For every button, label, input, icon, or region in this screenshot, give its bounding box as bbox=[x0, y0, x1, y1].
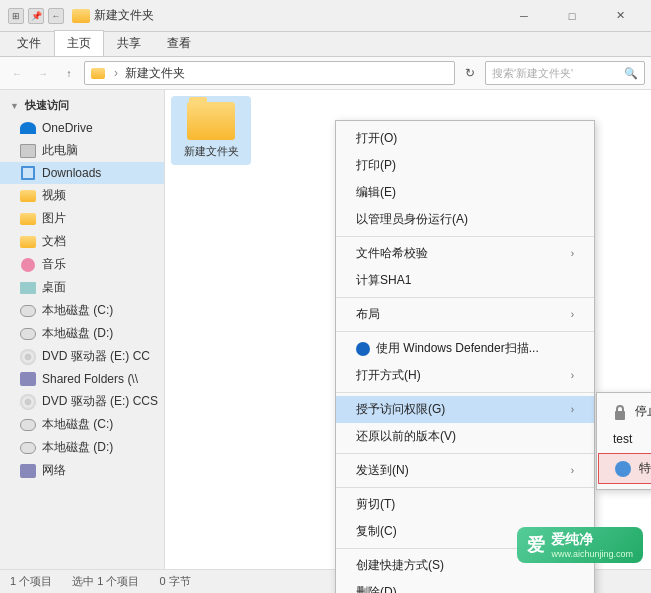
pin-icon[interactable]: 📌 bbox=[28, 8, 44, 24]
maximize-button[interactable]: □ bbox=[549, 2, 595, 30]
watermark-block: 爱 爱纯净 www.aichunjing.com bbox=[517, 527, 643, 563]
ribbon: 文件 主页 共享 查看 bbox=[0, 32, 651, 57]
tab-share[interactable]: 共享 bbox=[104, 30, 154, 56]
submenu: 停止共享 test 特定用户... bbox=[596, 392, 651, 490]
quick-access-title: ▼ 快速访问 bbox=[0, 94, 164, 117]
sidebar-label-desktop: 桌面 bbox=[42, 279, 66, 296]
ctx-openwith[interactable]: 打开方式(H) › bbox=[336, 362, 594, 389]
sidebar-item-shared[interactable]: Shared Folders (\\ bbox=[0, 368, 164, 390]
ctx-print[interactable]: 打印(P) bbox=[336, 152, 594, 179]
ctx-cut[interactable]: 剪切(T) bbox=[336, 491, 594, 518]
ctx-hash-label: 文件哈希校验 bbox=[356, 245, 428, 262]
quick-access-label: 快速访问 bbox=[25, 98, 69, 113]
sidebar-item-desktop[interactable]: 桌面 bbox=[0, 276, 164, 299]
sidebar-item-onedrive[interactable]: OneDrive bbox=[0, 117, 164, 139]
ctx-delete[interactable]: 删除(D) bbox=[336, 579, 594, 593]
hdd-c-icon bbox=[20, 303, 36, 319]
ctx-layout[interactable]: 布局 › bbox=[336, 301, 594, 328]
sub-specific-user-label: 特定用户... bbox=[639, 460, 651, 477]
ctx-restore[interactable]: 还原以前的版本(V) bbox=[336, 423, 594, 450]
ctx-shortcut-label: 创建快捷方式(S) bbox=[356, 557, 444, 574]
dvd-ccs-icon bbox=[20, 394, 36, 410]
path-chevron: › bbox=[114, 66, 118, 80]
ctx-runas[interactable]: 以管理员身份运行(A) bbox=[336, 206, 594, 233]
ctx-edit[interactable]: 编辑(E) bbox=[336, 179, 594, 206]
sub-test[interactable]: test bbox=[597, 426, 651, 452]
sidebar-label-video: 视频 bbox=[42, 187, 66, 204]
title-bar-folder: 新建文件夹 bbox=[72, 7, 154, 24]
sub-specific-user[interactable]: 特定用户... bbox=[598, 453, 651, 484]
sub-stop-sharing[interactable]: 停止共享 bbox=[597, 397, 651, 426]
sidebar-item-dvd-ccs[interactable]: DVD 驱动器 (E:) CCS bbox=[0, 390, 164, 413]
ctx-sha1[interactable]: 计算SHA1 bbox=[336, 267, 594, 294]
watermark-sub: www.aichunjing.com bbox=[551, 549, 633, 559]
ctx-delete-label: 删除(D) bbox=[356, 584, 397, 593]
ctx-sendto[interactable]: 发送到(N) › bbox=[336, 457, 594, 484]
status-count: 1 个项目 bbox=[10, 574, 52, 589]
ctx-grant-access[interactable]: 授予访问权限(G) › 停止共享 test bbox=[336, 396, 594, 423]
ctx-sendto-label: 发送到(N) bbox=[356, 462, 409, 479]
sidebar-item-hdd-d2[interactable]: 本地磁盘 (D:) bbox=[0, 436, 164, 459]
ctx-hash[interactable]: 文件哈希校验 › bbox=[336, 240, 594, 267]
back-arrow-icon[interactable]: ← bbox=[48, 8, 64, 24]
sidebar-item-hdd-c[interactable]: 本地磁盘 (C:) bbox=[0, 299, 164, 322]
ctx-open[interactable]: 打开(O) bbox=[336, 125, 594, 152]
address-path[interactable]: › 新建文件夹 bbox=[84, 61, 455, 85]
search-icon: 🔍 bbox=[624, 67, 638, 80]
folder-item[interactable]: 新建文件夹 bbox=[171, 96, 251, 165]
context-menu: 打开(O) 打印(P) 编辑(E) 以管理员身份运行(A) 文件哈希校验 › 计… bbox=[335, 120, 595, 593]
title-bar-icons: ⊞ 📌 ← bbox=[8, 8, 64, 24]
sidebar-item-hdd-c2[interactable]: 本地磁盘 (C:) bbox=[0, 413, 164, 436]
sidebar-label-music: 音乐 bbox=[42, 256, 66, 273]
ctx-openwith-label: 打开方式(H) bbox=[356, 367, 421, 384]
status-selected: 选中 1 个项目 bbox=[72, 574, 139, 589]
sidebar-item-dvd-e[interactable]: DVD 驱动器 (E:) CC bbox=[0, 345, 164, 368]
sidebar-item-documents[interactable]: 文档 bbox=[0, 230, 164, 253]
minimize-button[interactable]: ─ bbox=[501, 2, 547, 30]
ribbon-tabs: 文件 主页 共享 查看 bbox=[0, 32, 651, 56]
ctx-sep6 bbox=[336, 487, 594, 488]
sidebar-label-pictures: 图片 bbox=[42, 210, 66, 227]
sidebar-item-video[interactable]: 视频 bbox=[0, 184, 164, 207]
ctx-sep2 bbox=[336, 297, 594, 298]
sidebar-item-downloads[interactable]: Downloads bbox=[0, 162, 164, 184]
sidebar-item-hdd-d[interactable]: 本地磁盘 (D:) bbox=[0, 322, 164, 345]
ctx-openwith-arrow: › bbox=[571, 370, 574, 381]
ctx-restore-label: 还原以前的版本(V) bbox=[356, 428, 456, 445]
tab-home[interactable]: 主页 bbox=[54, 30, 104, 56]
quick-access-arrow: ▼ bbox=[10, 101, 19, 111]
search-box[interactable]: 搜索'新建文件夹' 🔍 bbox=[485, 61, 645, 85]
network-icon bbox=[20, 463, 36, 479]
desktop-icon bbox=[20, 280, 36, 296]
sidebar-item-thispc[interactable]: 此电脑 bbox=[0, 139, 164, 162]
sidebar-label-shared: Shared Folders (\\ bbox=[42, 372, 138, 386]
sidebar-item-pictures[interactable]: 图片 bbox=[0, 207, 164, 230]
forward-button[interactable]: → bbox=[32, 62, 54, 84]
sidebar-item-network[interactable]: 网络 bbox=[0, 459, 164, 482]
sidebar: ▼ 快速访问 OneDrive 此电脑 Downloads 视频 bbox=[0, 90, 165, 571]
back-button[interactable]: ← bbox=[6, 62, 28, 84]
folder-icon bbox=[72, 9, 90, 23]
ctx-print-label: 打印(P) bbox=[356, 157, 396, 174]
hdd-c2-icon bbox=[20, 417, 36, 433]
sidebar-label-documents: 文档 bbox=[42, 233, 66, 250]
refresh-button[interactable]: ↻ bbox=[459, 62, 481, 84]
documents-icon bbox=[20, 234, 36, 250]
ctx-sep5 bbox=[336, 453, 594, 454]
tab-file[interactable]: 文件 bbox=[4, 30, 54, 56]
folder-name: 新建文件夹 bbox=[184, 144, 239, 159]
close-button[interactable]: ✕ bbox=[597, 2, 643, 30]
downloads-icon bbox=[20, 165, 36, 181]
video-icon bbox=[20, 188, 36, 204]
ctx-sep3 bbox=[336, 331, 594, 332]
ctx-defender[interactable]: 使用 Windows Defender扫描... bbox=[336, 335, 594, 362]
sidebar-label-hdd-c: 本地磁盘 (C:) bbox=[42, 302, 113, 319]
ctx-edit-label: 编辑(E) bbox=[356, 184, 396, 201]
sub-test-label: test bbox=[613, 432, 632, 446]
up-button[interactable]: ↑ bbox=[58, 62, 80, 84]
tab-view[interactable]: 查看 bbox=[154, 30, 204, 56]
app-icon: ⊞ bbox=[8, 8, 24, 24]
sidebar-label-dvd-e: DVD 驱动器 (E:) CC bbox=[42, 348, 150, 365]
title-bar: ⊞ 📌 ← 新建文件夹 ─ □ ✕ bbox=[0, 0, 651, 32]
sidebar-item-music[interactable]: 音乐 bbox=[0, 253, 164, 276]
